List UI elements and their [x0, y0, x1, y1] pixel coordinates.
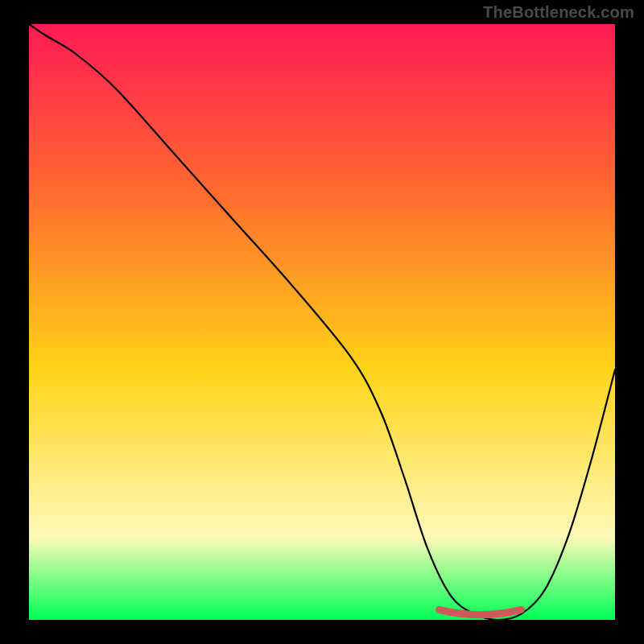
bottleneck-chart	[0, 0, 644, 644]
chart-frame: TheBottleneck.com	[0, 0, 644, 644]
attribution-label: TheBottleneck.com	[483, 3, 634, 22]
